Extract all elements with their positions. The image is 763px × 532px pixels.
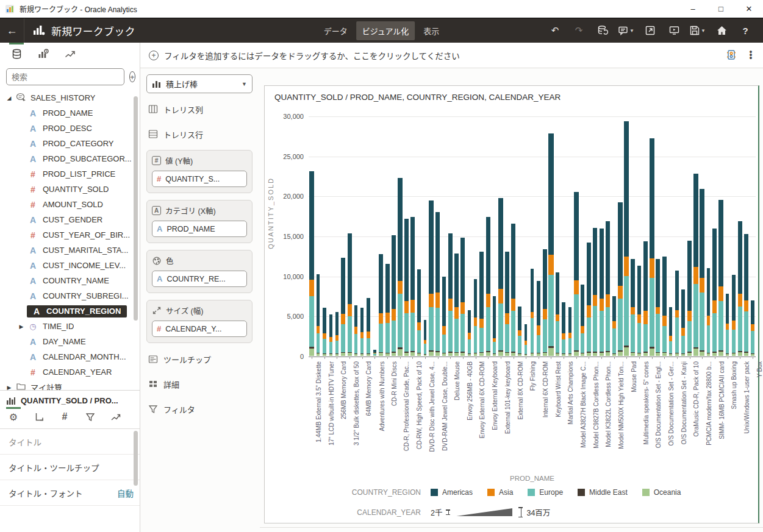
segment-americas[interactable] (454, 254, 459, 307)
segment-asia[interactable] (348, 304, 352, 316)
segment-oceania[interactable] (367, 354, 370, 356)
segment-asia[interactable] (656, 307, 660, 314)
segment-oceania[interactable] (404, 353, 409, 356)
segment-europe[interactable] (687, 321, 692, 352)
segment-americas[interactable] (600, 229, 604, 299)
segment-asia[interactable] (744, 300, 748, 311)
segment-asia[interactable] (498, 289, 503, 303)
segment-asia[interactable] (556, 314, 559, 322)
segment-americas[interactable] (562, 302, 565, 333)
add-filter-icon[interactable]: + (149, 51, 159, 60)
segment-europe[interactable] (404, 313, 409, 352)
segment-oceania[interactable] (373, 355, 376, 356)
stacked-bar[interactable] (317, 274, 320, 356)
visualizations-tab-icon[interactable] (32, 43, 55, 65)
segment-europe[interactable] (712, 313, 717, 352)
segment-americas[interactable] (681, 289, 685, 328)
segment-americas[interactable] (505, 252, 509, 313)
segment-asia[interactable] (606, 294, 610, 307)
segment-europe[interactable] (732, 330, 736, 353)
field-PROD_SUBCATEGOR[interactable]: APROD_SUBCATEGOR... (0, 151, 140, 166)
segment-europe[interactable] (531, 318, 534, 352)
segment-europe[interactable] (424, 344, 427, 354)
stacked-bar[interactable] (669, 307, 672, 356)
stacked-bar[interactable] (392, 235, 396, 356)
segment-americas[interactable] (744, 234, 748, 300)
segment-asia[interactable] (732, 321, 736, 329)
segment-oceania[interactable] (486, 352, 490, 356)
collapsed-caret-icon[interactable]: ▶ (17, 324, 26, 330)
stacked-bar[interactable] (348, 233, 352, 356)
stacked-bar[interactable] (479, 252, 484, 356)
field-CUST_INCOME_LEV[interactable]: ACUST_INCOME_LEV... (0, 258, 140, 273)
segment-oceania[interactable] (643, 353, 648, 356)
segment-asia[interactable] (681, 328, 685, 336)
segment-europe[interactable] (329, 342, 332, 354)
segment-oceania[interactable] (732, 353, 736, 356)
stacked-bar[interactable] (707, 268, 711, 356)
segment-europe[interactable] (493, 342, 496, 353)
segment-asia[interactable] (600, 299, 604, 311)
segment-oceania[interactable] (498, 352, 503, 356)
quantity-sold-pill[interactable]: # QUANTITY_S... (152, 171, 247, 187)
auto-insights-icon[interactable] (726, 49, 736, 61)
properties-scrollbar[interactable] (134, 431, 138, 486)
segment-oceania[interactable] (323, 354, 326, 356)
segment-asia[interactable] (385, 313, 390, 323)
segment-americas[interactable] (675, 271, 679, 311)
segment-europe[interactable] (341, 324, 345, 352)
segment-europe[interactable] (624, 276, 629, 346)
segment-europe[interactable] (379, 324, 383, 352)
stacked-bar[interactable] (700, 189, 704, 356)
stacked-bar[interactable] (417, 269, 421, 356)
segment-oceania[interactable] (454, 353, 459, 356)
stacked-bar[interactable] (329, 314, 332, 356)
segment-asia[interactable] (568, 333, 571, 338)
segment-europe[interactable] (707, 325, 711, 353)
stacked-bar[interactable] (398, 178, 403, 356)
present-icon[interactable] (665, 21, 683, 40)
segment-americas[interactable] (448, 233, 453, 299)
stacked-bar[interactable] (693, 174, 698, 356)
stacked-bar[interactable] (548, 133, 553, 356)
segment-europe[interactable] (681, 336, 685, 353)
segment-oceania[interactable] (424, 355, 427, 356)
prod-name-pill[interactable]: A PROD_NAME (152, 221, 247, 237)
segment-oceania[interactable] (687, 353, 692, 356)
segment-asia[interactable] (581, 326, 584, 333)
segment-asia[interactable] (329, 337, 332, 342)
segment-oceania[interactable] (587, 353, 591, 356)
stacked-bar[interactable] (744, 234, 748, 356)
segment-asia[interactable] (718, 286, 723, 301)
segment-americas[interactable] (732, 275, 736, 321)
segment-europe[interactable] (556, 321, 559, 352)
tree-scrollbar[interactable] (134, 96, 138, 321)
segment-americas[interactable] (662, 257, 667, 315)
segment-americas[interactable] (511, 224, 515, 299)
segment-oceania[interactable] (335, 354, 339, 356)
segment-americas[interactable] (486, 217, 490, 294)
segment-asia[interactable] (398, 281, 403, 294)
segment-europe[interactable] (454, 319, 459, 352)
segment-europe[interactable] (398, 294, 403, 347)
segment-asia[interactable] (511, 299, 515, 311)
segment-europe[interactable] (650, 278, 654, 347)
add-dataset-icon[interactable]: + (129, 71, 135, 82)
segment-americas[interactable] (606, 221, 610, 294)
segment-asia[interactable] (669, 336, 672, 341)
segment-europe[interactable] (479, 328, 484, 352)
segment-asia[interactable] (417, 322, 421, 330)
segment-asia[interactable] (454, 307, 459, 318)
field-PROD_LIST_PRICE[interactable]: #PROD_LIST_PRICE (0, 166, 140, 182)
segment-oceania[interactable] (525, 355, 528, 356)
segment-asia[interactable] (367, 332, 370, 338)
segment-europe[interactable] (317, 333, 320, 353)
segment-americas[interactable] (341, 258, 345, 314)
segment-oceania[interactable] (309, 349, 314, 356)
segment-europe[interactable] (643, 324, 648, 352)
maximize-button[interactable]: □ (707, 0, 735, 18)
analytics-settings-icon[interactable] (110, 410, 122, 424)
segment-europe[interactable] (525, 345, 528, 355)
segment-europe[interactable] (669, 341, 672, 353)
stacked-bar[interactable] (562, 302, 565, 356)
